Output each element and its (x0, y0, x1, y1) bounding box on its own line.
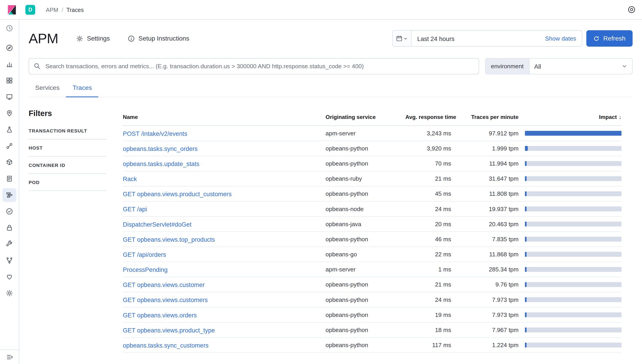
table-row: GET opbeans.views.customeropbeans-python… (123, 277, 622, 292)
nav-visualize-icon[interactable] (3, 57, 17, 71)
avg-response-time: 46 ms (402, 232, 455, 247)
traces-per-minute: 11.808 tpm (455, 186, 522, 201)
originating-service: opbeans-python (322, 232, 402, 247)
avg-response-time: 117 ms (402, 338, 455, 352)
originating-service: opbeans-python (322, 156, 402, 171)
nav-recently-viewed-icon[interactable] (3, 21, 17, 35)
trace-name-link[interactable]: opbeans.tasks.sync_orders (123, 145, 198, 152)
nav-apm-icon[interactable] (3, 188, 17, 202)
nav-dev-tools-icon[interactable] (3, 237, 17, 251)
quick-select-button[interactable] (393, 31, 411, 46)
trace-name-link[interactable]: Rack (123, 175, 137, 182)
filter-section-label: POD (29, 180, 40, 185)
avg-response-time: 21 ms (402, 171, 455, 186)
refresh-button[interactable]: Refresh (586, 30, 632, 47)
setup-instructions-icon (128, 35, 135, 42)
avg-response-time: 24 ms (402, 201, 455, 216)
column-header-impact[interactable]: Impact↓ (522, 108, 621, 126)
nav-dashboard-icon[interactable] (3, 74, 17, 88)
top-header-bar: D APM / Traces (0, 0, 642, 20)
search-input[interactable] (29, 58, 479, 74)
impact-bar (525, 191, 622, 196)
sidebar-bottom (0, 350, 19, 364)
page-header: APM Settings (29, 30, 632, 48)
trace-name-link[interactable]: GET opbeans.views.customer (123, 281, 205, 288)
trace-name-link[interactable]: opbeans.tasks.sync_customers (123, 342, 209, 349)
time-range-value: Last 24 hours (417, 35, 455, 42)
nav-management-icon[interactable] (3, 286, 17, 300)
search-row: environment All (29, 58, 632, 74)
show-dates-link[interactable]: Show dates (545, 35, 576, 42)
impact-bar (525, 267, 622, 272)
nav-machine-learning-icon[interactable] (3, 123, 17, 137)
trace-name-link[interactable]: DispatcherServlet#doGet (123, 220, 191, 228)
trace-name-link[interactable]: GET opbeans.views.orders (123, 311, 197, 318)
nav-security-icon[interactable] (3, 221, 17, 235)
trace-name-link[interactable]: opbeans.tasks.update_stats (123, 160, 199, 167)
breadcrumb-separator: / (62, 6, 63, 13)
setup-instructions-link[interactable]: Setup Instructions (128, 35, 189, 42)
breadcrumb-apm[interactable]: APM (46, 6, 58, 13)
avg-response-time: 24 ms (402, 292, 455, 307)
nav-toggle-icon[interactable] (6, 354, 13, 360)
trace-name-link[interactable]: POST /intake/v2/events (123, 130, 187, 137)
nav-maps-icon[interactable] (3, 106, 17, 120)
trace-name-link[interactable]: GET opbeans.views.product_customers (123, 190, 232, 197)
column-header-traces-per-minute[interactable]: Traces per minute (455, 108, 522, 126)
table-row: GET opbeans.views.product_customersopbea… (123, 186, 622, 201)
traces-per-minute: 11.868 tpm (455, 247, 522, 262)
tab-traces[interactable]: Traces (66, 82, 98, 97)
impact-bar (525, 328, 622, 332)
filter-section-container-id[interactable]: CONTAINER ID (29, 156, 106, 174)
originating-service: opbeans-go (322, 247, 402, 262)
space-avatar[interactable]: D (26, 5, 35, 15)
impact-bar (525, 176, 622, 181)
nav-fork-icon[interactable] (3, 254, 17, 267)
filter-section-host[interactable]: HOST (29, 140, 106, 156)
filter-section-label: HOST (29, 145, 43, 150)
nav-canvas-icon[interactable] (3, 90, 17, 104)
impact-bar (525, 342, 622, 348)
filter-section-label: CONTAINER ID (29, 163, 65, 168)
sort-desc-icon: ↓ (619, 114, 622, 120)
avg-response-time: 45 ms (402, 186, 455, 201)
calendar-icon (396, 35, 402, 42)
table-header-row: NameOriginating serviceAvg. response tim… (123, 108, 622, 126)
trace-name-link[interactable]: GET opbeans.views.product_type (123, 326, 215, 333)
search-box (29, 58, 479, 74)
tab-services[interactable]: Services (29, 82, 66, 97)
nav-discover-icon[interactable] (3, 41, 17, 55)
table-row: opbeans.tasks.sync_customersopbeans-pyth… (123, 338, 622, 352)
trace-name-link[interactable]: GET opbeans.views.customers (123, 296, 208, 303)
nav-uptime-icon[interactable] (3, 204, 17, 218)
trace-name-link[interactable]: GET opbeans.views.top_products (123, 236, 215, 242)
trace-name-link[interactable]: ProcessPending (123, 266, 168, 273)
column-header-originating-service[interactable]: Originating service (322, 108, 402, 126)
traces-table-panel: NameOriginating serviceAvg. response tim… (113, 108, 633, 353)
column-header-avg-response-time[interactable]: Avg. response time (402, 108, 455, 126)
trace-name-link[interactable]: GET /api/orders (123, 251, 166, 258)
impact-bar (525, 222, 622, 226)
nav-logs-icon[interactable] (3, 172, 17, 186)
environment-label: environment (486, 58, 529, 74)
table-row: GET opbeans.views.ordersopbeans-python19… (123, 307, 622, 322)
avg-response-time: 19 ms (402, 307, 455, 322)
environment-select[interactable]: All (529, 58, 632, 74)
user-menu-icon[interactable] (628, 6, 635, 13)
originating-service: opbeans-python (322, 292, 402, 307)
filter-section-transaction-result[interactable]: TRANSACTION RESULT (29, 122, 106, 140)
nav-metrics-icon[interactable] (3, 156, 17, 170)
column-header-name[interactable]: Name (123, 108, 322, 126)
originating-service: opbeans-python (322, 186, 402, 201)
time-range-display[interactable]: Last 24 hours Show dates (411, 35, 582, 42)
settings-link[interactable]: Settings (76, 35, 110, 42)
trace-name-link[interactable]: GET /api (123, 206, 147, 212)
traces-per-minute: 7.835 tpm (455, 232, 522, 247)
impact-bar (525, 237, 622, 242)
kibana-logo-icon[interactable] (7, 4, 17, 15)
chevron-down-icon (403, 36, 408, 41)
nav-graph-icon[interactable] (3, 139, 17, 153)
nav-stack-monitoring-icon[interactable] (3, 270, 17, 284)
filter-section-pod[interactable]: POD (29, 174, 106, 191)
filters-title: Filters (29, 108, 106, 119)
